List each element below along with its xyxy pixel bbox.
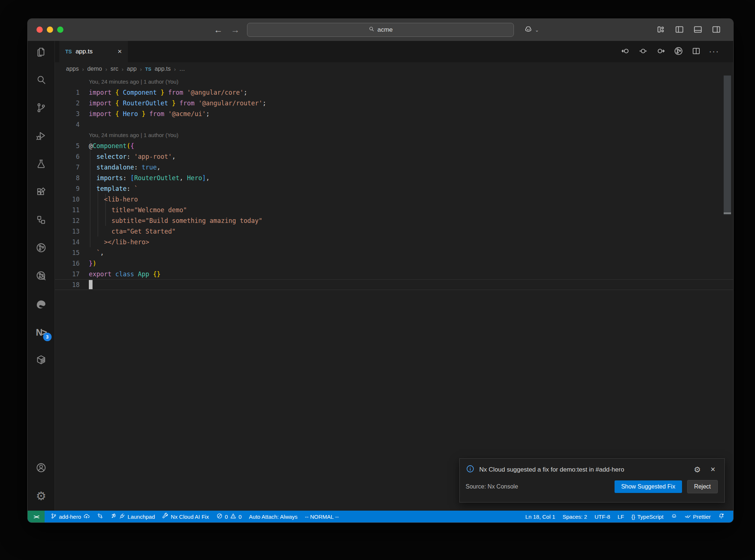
breadcrumb-separator: › <box>122 66 123 72</box>
remote-indicator[interactable]: >< <box>28 511 45 522</box>
activity-item-explorer[interactable] <box>33 47 49 58</box>
code-line-2[interactable]: 2import { RouterOutlet } from '@angular/… <box>55 98 733 108</box>
breadcrumb-segment[interactable]: app.ts <box>154 66 171 72</box>
code-line-6[interactable]: 6 selector: 'app-root', <box>55 151 733 162</box>
forward-arrow-icon[interactable]: → <box>231 25 240 34</box>
status-item-launchpad[interactable]: Launchpad <box>107 511 159 522</box>
code-line-13[interactable]: 13 cta="Get Started" <box>55 226 733 237</box>
code-line-11[interactable]: 11 title="Welcmoe demo" <box>55 204 733 215</box>
code-text: `, <box>89 249 104 256</box>
minimize-window-button[interactable] <box>47 27 53 33</box>
code-line-10[interactable]: 10 <lib-hero <box>55 194 733 204</box>
plug-icon <box>119 513 125 520</box>
code-line-3[interactable]: 3import { Hero } from '@acme/ui'; <box>55 108 733 119</box>
toggle-panel-right-icon[interactable] <box>711 24 721 36</box>
copilot-menu-button[interactable]: ⌄ <box>523 24 539 35</box>
line-number: 4 <box>55 121 80 128</box>
source-control-icon <box>35 102 47 115</box>
back-arrow-icon[interactable]: ← <box>214 25 223 34</box>
activity-bar-top: N>3 <box>33 41 49 383</box>
split-editor-icon[interactable] <box>691 46 701 57</box>
code-line-4[interactable]: 4 <box>55 119 733 130</box>
status-bar-left: add-heroLaunchpadNx Cloud AI Fix00Auto A… <box>45 511 342 522</box>
activity-item-custom-views[interactable] <box>33 215 49 226</box>
status-item-copilot-status[interactable] <box>667 511 681 522</box>
breadcrumb-segment[interactable]: apps <box>66 66 79 72</box>
code-line-15[interactable]: 15 `, <box>55 247 733 258</box>
status-item-nx-cloud-fix[interactable]: Nx Cloud AI Fix <box>159 511 212 522</box>
activity-item-accounts[interactable] <box>33 463 49 474</box>
status-item-label: 0 <box>239 514 241 520</box>
vscode-window: ← → acme ⌄ N>3 ⚙ TS app.ts ✕ <box>27 18 734 523</box>
close-tab-icon[interactable]: ✕ <box>117 48 122 55</box>
code-line-5[interactable]: 5@Component({ <box>55 140 733 151</box>
toggle-panel-bottom-icon[interactable] <box>693 24 703 36</box>
copilot-icon <box>523 24 533 35</box>
activity-item-settings[interactable]: ⚙ <box>33 490 49 502</box>
vertical-scrollbar[interactable] <box>724 76 731 215</box>
close-window-button[interactable] <box>36 27 43 33</box>
breadcrumb-segment[interactable]: demo <box>87 66 102 72</box>
status-item-auto-attach[interactable]: Auto Attach: Always <box>245 511 301 522</box>
bell-dot-icon <box>718 513 724 520</box>
breadcrumb-segment[interactable]: … <box>179 66 185 72</box>
customize-layout-icon[interactable] <box>656 24 666 36</box>
code-text: subtitle="Build something amazing today" <box>89 217 262 224</box>
activity-item-nx-console[interactable]: N>3 <box>33 327 49 338</box>
status-item-git-compare[interactable] <box>93 511 107 522</box>
code-line-7[interactable]: 7 standalone: true, <box>55 162 733 172</box>
code-line-18[interactable]: 18 <box>55 279 733 290</box>
status-item-indentation[interactable]: Spaces: 2 <box>559 511 591 522</box>
notification-close-icon[interactable]: ✕ <box>710 466 716 473</box>
run-debug-icon <box>35 130 47 143</box>
code-line-14[interactable]: 14 ></lib-hero> <box>55 237 733 247</box>
tab-app-ts[interactable]: TS app.ts ✕ <box>59 41 128 62</box>
reject-button[interactable]: Reject <box>687 480 718 493</box>
activity-item-run-debug[interactable] <box>33 131 49 142</box>
status-item-vim-mode[interactable]: -- NORMAL -- <box>301 511 342 522</box>
status-item-label: LF <box>617 514 624 520</box>
braces-icon: {} <box>632 514 635 520</box>
activity-item-edge-tools[interactable] <box>33 299 49 310</box>
more-actions-icon[interactable]: ··· <box>709 47 719 56</box>
activity-item-containers[interactable] <box>33 355 49 366</box>
status-item-problems[interactable]: 00 <box>213 511 246 522</box>
zoom-window-button[interactable] <box>57 27 63 33</box>
activity-item-testing[interactable] <box>33 159 49 170</box>
activity-item-search[interactable] <box>33 75 49 86</box>
gitlens-back-icon[interactable] <box>620 46 630 57</box>
code-line-17[interactable]: 17export class App {} <box>55 269 733 279</box>
code-line-9[interactable]: 9 template: ` <box>55 183 733 194</box>
info-icon <box>466 464 475 475</box>
activity-item-gitlens[interactable] <box>33 243 49 254</box>
show-suggested-fix-button[interactable]: Show Suggested Fix <box>615 480 682 493</box>
notification-toast: Nx Cloud suggested a fix for demo:test i… <box>459 458 725 503</box>
notification-settings-gear-icon[interactable]: ⚙ <box>694 465 701 474</box>
breadcrumb-segment[interactable]: app <box>127 66 137 72</box>
gitlens-graph-icon[interactable] <box>674 46 683 57</box>
activity-item-source-control[interactable] <box>33 103 49 114</box>
code-editor[interactable]: You, 24 minutes ago | 1 author (You)1imp… <box>55 76 733 511</box>
code-line-1[interactable]: 1import { Component } from '@angular/cor… <box>55 87 733 98</box>
status-item-cursor-position[interactable]: Ln 18, Col 1 <box>522 511 559 522</box>
gitlens-current-icon[interactable] <box>638 46 648 57</box>
status-item-label: Auto Attach: Always <box>249 514 298 520</box>
code-line-16[interactable]: 16}) <box>55 258 733 269</box>
gitlens-forward-icon[interactable] <box>656 46 666 57</box>
status-item-label: -- NORMAL -- <box>305 514 339 520</box>
status-item-language-mode[interactable]: {}TypeScript <box>628 511 667 522</box>
settings-gear-icon: ⚙ <box>36 490 46 502</box>
activity-item-extensions[interactable] <box>33 187 49 198</box>
status-item-git-branch[interactable]: add-hero <box>47 511 93 522</box>
command-center-search[interactable]: acme <box>247 23 514 37</box>
activity-item-gitlens-inspect[interactable] <box>33 271 49 282</box>
status-item-notifications-bell[interactable] <box>714 511 728 522</box>
status-item-formatter[interactable]: Prettier <box>681 511 714 522</box>
code-line-8[interactable]: 8 imports: [RouterOutlet, Hero], <box>55 172 733 183</box>
status-item-eol[interactable]: LF <box>614 511 628 522</box>
checks-icon <box>685 513 691 520</box>
toggle-panel-left-icon[interactable] <box>674 24 685 36</box>
status-item-encoding[interactable]: UTF-8 <box>591 511 614 522</box>
breadcrumb-segment[interactable]: src <box>111 66 118 72</box>
code-line-12[interactable]: 12 subtitle="Build something amazing tod… <box>55 215 733 226</box>
